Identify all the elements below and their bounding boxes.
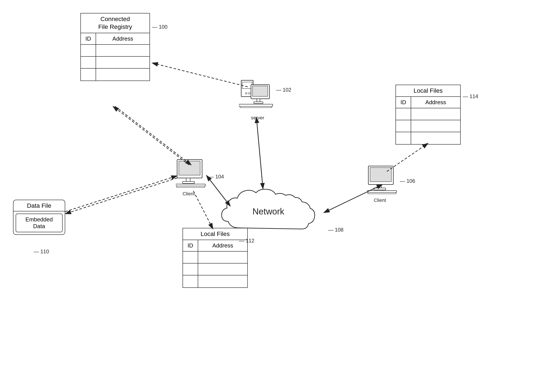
ref-114: — 114	[463, 93, 478, 99]
svg-line-31	[115, 106, 191, 165]
data-file-box: Data File Embedded Data	[13, 200, 65, 235]
client-left-label: Client	[182, 191, 195, 197]
svg-line-35	[65, 176, 177, 212]
svg-line-34	[65, 178, 177, 214]
ref-102: — 102	[276, 87, 291, 93]
svg-rect-17	[370, 168, 391, 182]
lfr-col-addr: Address	[411, 97, 460, 108]
cfr-col-id: ID	[81, 33, 96, 44]
svg-rect-12	[186, 178, 190, 182]
svg-rect-18	[377, 185, 381, 188]
local-files-right: Local Files ID Address	[396, 85, 461, 145]
ref-108: — 108	[328, 227, 344, 233]
client-right-icon	[367, 165, 398, 196]
svg-rect-15	[177, 186, 205, 187]
server-icon	[239, 78, 274, 115]
ref-100: — 100	[152, 24, 167, 30]
svg-text:Network: Network	[253, 207, 285, 216]
svg-rect-20	[367, 191, 396, 192]
embedded-data: Embedded Data	[16, 214, 62, 232]
svg-rect-13	[182, 182, 195, 183]
svg-rect-8	[239, 104, 273, 106]
server-label: server	[251, 115, 264, 121]
ref-110: — 110	[34, 248, 49, 255]
svg-line-30	[152, 63, 248, 87]
svg-rect-9	[240, 106, 272, 108]
svg-line-33	[193, 191, 213, 229]
client-right-label: Client	[374, 197, 386, 203]
svg-rect-21	[368, 192, 396, 194]
connected-file-registry: ConnectedFile Registry ID Address	[80, 13, 150, 81]
svg-rect-7	[254, 102, 263, 103]
lfl-col-id: ID	[183, 240, 198, 251]
lfr-col-id: ID	[396, 97, 411, 108]
data-file-title: Data File	[14, 200, 65, 211]
svg-rect-11	[179, 161, 200, 175]
client-left-icon	[176, 159, 206, 190]
local-files-right-title: Local Files	[396, 85, 460, 97]
svg-rect-14	[176, 184, 205, 186]
svg-rect-6	[257, 99, 260, 102]
svg-rect-5	[253, 86, 268, 96]
cfr-col-addr: Address	[96, 33, 149, 44]
svg-rect-19	[374, 188, 386, 190]
diagram: ConnectedFile Registry ID Address — 100 …	[0, 0, 535, 392]
connected-file-registry-title: ConnectedFile Registry	[81, 14, 149, 33]
ref-106: — 106	[400, 178, 415, 184]
svg-line-32	[113, 106, 189, 165]
network-cloud: Network	[217, 178, 326, 239]
